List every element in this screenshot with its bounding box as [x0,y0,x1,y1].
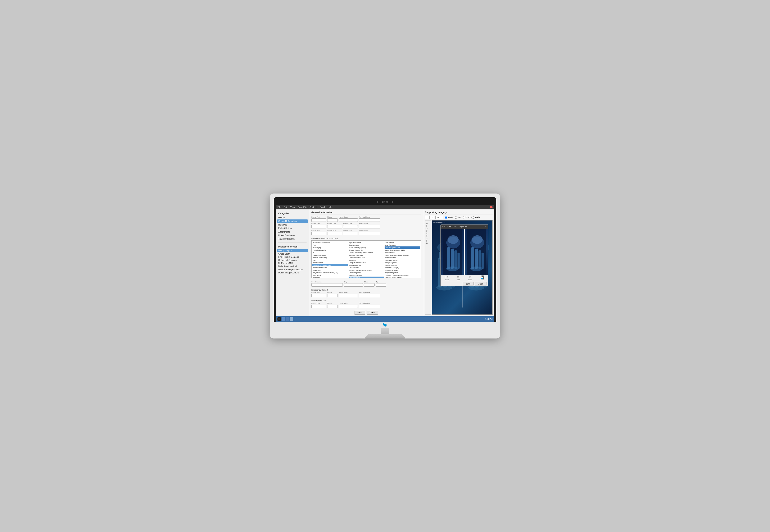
condition-chronic-pulm[interactable]: Chronic Pulmonary Heart Disease [349,251,384,254]
toolbar-save[interactable]: 💾 Save [480,275,484,281]
state-input[interactable] [364,283,375,287]
condition-bright[interactable]: Bright's Disease (G.) [349,249,384,251]
menu-send[interactable]: Send [320,206,325,208]
condition-addison[interactable]: Addison's Disease [312,254,348,256]
phys-first-input[interactable] [311,305,326,308]
phone-input[interactable] [359,218,380,222]
phys-phone-input[interactable] [359,305,380,308]
condition-mitral[interactable]: Mitral Stenosis [385,251,420,254]
menu-export[interactable]: Export To [298,206,307,208]
close-button[interactable] [490,206,493,208]
taskbar-app-icon[interactable] [277,317,281,321]
date-year-input[interactable] [435,216,443,219]
condition-ms[interactable]: Multiple Sclerosis [385,264,420,266]
condition-add[interactable]: ADD [312,251,348,254]
emerg-first-input[interactable] [311,294,326,297]
condition-liver-fail[interactable]: Liver Failure [385,241,420,244]
condition-niemann[interactable]: Niemann Pick Disease (Lipidosis) [385,274,420,276]
zip-input[interactable] [376,283,386,287]
main-save-button[interactable]: Save [354,311,365,315]
xray-radio[interactable] [445,216,447,219]
condition-muscular[interactable]: Muscular Dystrophy [385,267,420,269]
condition-acne[interactable]: Acne [312,244,348,246]
last-name-input[interactable] [339,218,358,222]
condition-mixed-ct[interactable]: Mixed Connective Tissue Disease [385,254,420,256]
sidebar-item-history[interactable]: History [276,216,309,219]
condition-acromegaly[interactable]: Acromegaly [312,246,348,249]
db-outpatient[interactable]: Outpatient Services [276,259,309,262]
condition-achalasia[interactable]: Achalasia, Cardiospasm [312,241,348,244]
condition-als[interactable]: Amyotrophic Lateral Sclerosis (ALS) [312,272,348,274]
main-close-button[interactable]: Close [367,311,378,315]
input-2a[interactable] [311,225,326,228]
db-main-street[interactable]: Main Street Medical [276,265,309,268]
condition-bipolar[interactable]: Bipolar Disorders [349,241,384,244]
condition-brain[interactable]: Brain Disease (Organic) [349,246,384,249]
xray-radio-label[interactable]: X-Ray [445,216,453,219]
condition-alcohol[interactable]: Alcohol Abuse [312,262,348,264]
inner-save-button[interactable]: Save [463,282,474,286]
first-name-input[interactable] [311,218,326,222]
condition-cor-pulm[interactable]: Cor Pulmonale [349,267,384,269]
date-month-input[interactable] [425,216,430,219]
condition-angioplasty[interactable]: Angioplasty [312,277,348,278]
mri-radio-label[interactable]: MRI [455,216,461,219]
toolbar-edit[interactable]: ✏ Edit [457,275,459,281]
input-2d[interactable] [359,225,380,228]
condition-aids[interactable]: AIDS [312,259,348,261]
middle-name-input[interactable] [327,218,338,222]
condition-amyloidosis[interactable]: Amyloidosis [312,269,348,271]
input-2c[interactable] [343,225,358,228]
condition-lou-gehrig[interactable]: Lou Gehrig's Disease [385,246,420,249]
sidebar-item-attachments[interactable]: Attachments [276,230,309,234]
inner-menu-export[interactable]: Export To [459,226,467,228]
db-mercy-hospital[interactable]: Mercy Hospital [277,249,308,252]
cat-radio-label[interactable]: CAT [463,216,470,219]
db-medical-emergency[interactable]: Medical Emergency Room [276,268,309,271]
condition-cirrhosis[interactable]: Cirrhosis of the Liver [349,254,384,256]
condition-multicystic[interactable]: Multicystic Kidneys [385,259,420,261]
toolbar-share[interactable]: ⬡ Share [445,275,449,281]
menu-file[interactable]: File [277,206,281,208]
emerg-last-input[interactable] [339,294,358,297]
emerg-phone-input[interactable] [359,294,380,297]
condition-morbid[interactable]: Morbid Obesity [385,256,420,259]
condition-alzheimer[interactable]: Alzheimer's Disease [312,267,348,269]
sidebar-item-general[interactable]: General Information [277,219,308,223]
condition-organic-brain[interactable]: Organic Brain Syndrome [385,277,420,278]
sidebar-item-patient-history[interactable]: Patient History [276,227,309,230]
phys-last-input[interactable] [339,305,358,308]
sidebar-item-relatives[interactable]: Relatives [276,223,309,227]
inner-close-button[interactable]: Close [475,282,486,286]
condition-liver-trans[interactable]: Liver Transplant [385,244,420,246]
condition-cooley[interactable]: Cooley's Anemia [349,264,384,266]
condition-chf[interactable]: Congestive Heart Failure [349,262,384,264]
condition-colostomy[interactable]: Colostomy [349,259,384,261]
condition-acute-polio[interactable]: Acute Poliomyelitis [312,249,348,251]
phys-middle-input[interactable] [327,305,338,308]
inner-menu-edit[interactable]: Edit [448,226,451,228]
sidebar-item-treatment[interactable]: Treatment History [276,237,309,241]
condition-lupus[interactable]: Lupus Erythematosus (SLE) [385,249,420,251]
input-3a[interactable] [311,232,326,235]
condition-cad[interactable]: Coronary Artery Disease (C.A.D.) [349,269,384,271]
condition-diabetes[interactable]: Diabetes (all types) [349,274,384,276]
date-day-input[interactable] [430,216,435,219]
inner-close-x[interactable]: × [485,226,486,228]
inner-menu-file[interactable]: File [442,226,445,228]
street-input[interactable] [311,283,343,287]
emerg-middle-input[interactable] [327,294,338,297]
db-mobile-triage[interactable]: Mobile Triage Centers [276,271,309,274]
toolbar-delete[interactable]: 🗑 Delete [468,275,472,281]
condition-nephrotic[interactable]: Nephrotic Syndrome [385,272,420,274]
input-2b[interactable] [327,225,342,228]
sidebar-item-linked-db[interactable]: Linked Databases [276,234,309,237]
db-grace-south[interactable]: Grace South [276,252,309,255]
condition-aneurysms[interactable]: Aneurysms [312,274,348,276]
condition-coarct[interactable]: Coarctation of the Aorta [349,256,384,259]
condition-myeloma[interactable]: Multiple Myeloma [385,262,420,264]
condition-dermato[interactable]: Dermatomyositis [349,272,384,274]
cat-radio[interactable] [463,216,466,219]
mri-radio[interactable] [455,216,457,219]
spatial-radio[interactable] [471,216,474,219]
